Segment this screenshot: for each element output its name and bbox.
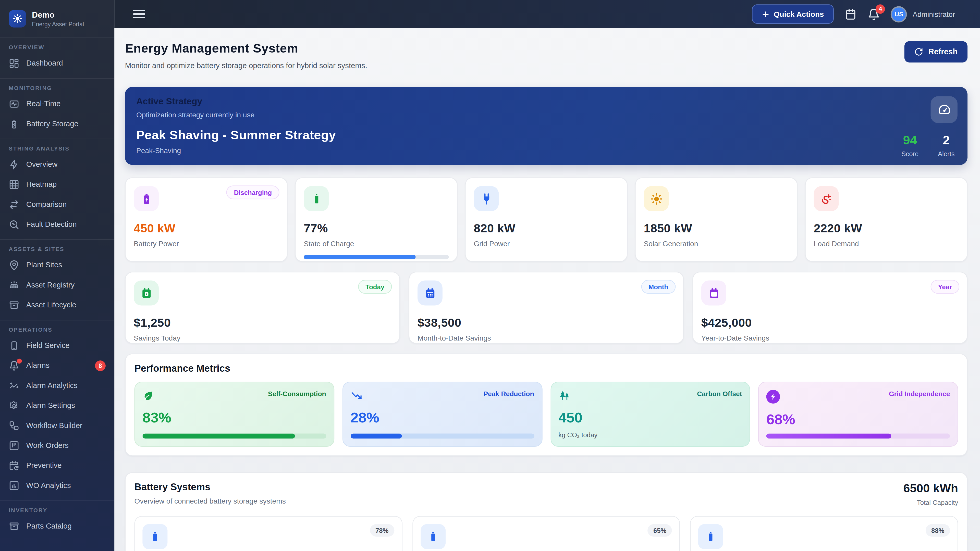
sidebar-item-alarms[interactable]: Alarms 8 <box>0 355 115 375</box>
grid-power-label: Grid Power <box>474 240 619 247</box>
alarm-dot <box>17 358 22 363</box>
sidebar-item-overview[interactable]: Overview <box>0 154 115 174</box>
box-icon <box>9 521 19 531</box>
bell-alert-icon <box>9 360 19 371</box>
avatar: US <box>891 6 907 22</box>
grid-power-value: 820 kW <box>474 222 619 235</box>
soc-progress-fill <box>304 255 415 259</box>
user-role: Administrator <box>913 10 955 17</box>
app-logo-sun-icon <box>9 10 26 27</box>
sidebar-item-label: Fault Detection <box>26 220 77 229</box>
sidebar-item-label: Battery Storage <box>26 119 78 128</box>
refresh-button[interactable]: Refresh <box>905 41 967 62</box>
carbon-offset-label: Carbon Offset <box>697 390 742 397</box>
bank-soc-badge: 88% <box>926 524 950 537</box>
notifications-bell-icon[interactable]: 4 <box>868 8 880 21</box>
sidebar-item-label: Comparison <box>26 200 67 209</box>
main-content: Energy Management System Monitor and opt… <box>115 28 980 551</box>
section-assets-sites: ASSETS & SITES Plant Sites Asset Registr… <box>0 239 115 320</box>
section-inventory: INVENTORY Parts Catalog <box>0 500 115 541</box>
soc-label: State of Charge <box>304 240 449 247</box>
grid-independence-metric: Grid Independence 68% <box>758 382 958 447</box>
sidebar-item-label: Field Service <box>26 341 70 350</box>
battery-icon <box>9 118 19 129</box>
year-badge: Year <box>931 280 959 294</box>
section-label: OPERATIONS <box>0 327 115 333</box>
savings-year-card: Year $425,000 Year-to-Date Savings <box>692 272 967 344</box>
month-badge: Month <box>641 280 676 294</box>
calendar-sync-icon <box>9 460 19 471</box>
savings-today-card: Today $1,250 Savings Today <box>125 272 400 344</box>
section-label: OVERVIEW <box>0 44 115 51</box>
page-title: Energy Management System <box>125 41 367 56</box>
sidebar-item-alarm-analytics[interactable]: Alarm Analytics <box>0 375 115 395</box>
peak-reduction-label: Peak Reduction <box>484 390 534 397</box>
sidebar-item-alarm-settings[interactable]: Alarm Settings <box>0 395 115 415</box>
sidebar-item-label: Alarm Settings <box>26 401 75 410</box>
carbon-offset-sublabel: kg CO₂ today <box>558 431 742 438</box>
sidebar-item-asset-lifecycle[interactable]: Asset Lifecycle <box>0 295 115 315</box>
refresh-label: Refresh <box>928 48 958 56</box>
arrows-right-left-icon <box>9 199 19 210</box>
quick-actions-button[interactable]: Quick Actions <box>752 4 834 24</box>
sidebar-item-comparison[interactable]: Comparison <box>0 194 115 214</box>
search-wave-icon <box>9 219 19 230</box>
calendar-icon[interactable] <box>845 8 857 21</box>
calendar-year-icon <box>701 281 726 306</box>
savings-month-value: $38,500 <box>417 316 675 330</box>
self-consumption-label: Self-Consumption <box>268 390 326 397</box>
savings-today-label: Savings Today <box>134 334 391 341</box>
battery-power-value: 450 kW <box>134 222 279 235</box>
sidebar-item-plant-sites[interactable]: Plant Sites <box>0 255 115 275</box>
refresh-icon <box>915 48 923 56</box>
savings-year-label: Year-to-Date Savings <box>701 334 959 341</box>
sidebar-item-asset-registry[interactable]: Asset Registry <box>0 275 115 295</box>
strategy-alerts-value: 2 <box>935 133 958 148</box>
sidebar-item-heatmap[interactable]: Heatmap <box>0 174 115 194</box>
battery-bank-card[interactable]: 88% Battery Bank C - BYD Battery-Box <box>690 516 958 551</box>
section-overview: OVERVIEW Dashboard <box>0 38 115 78</box>
load-demand-card: 2220 kW Load Demand <box>805 178 967 262</box>
trend-sparkle-icon <box>9 380 19 391</box>
strategy-score-label: Score <box>899 150 921 157</box>
sidebar-item-wo-analytics[interactable]: WO Analytics <box>0 475 115 495</box>
alarms-count-badge: 8 <box>95 360 106 371</box>
sidebar-item-fault-detection[interactable]: Fault Detection <box>0 214 115 234</box>
notification-count-badge: 4 <box>876 4 885 14</box>
solar-generation-value: 1850 kW <box>644 222 789 235</box>
battery-systems-title: Battery Systems <box>135 482 286 493</box>
sidebar-item-work-orders[interactable]: Work Orders <box>0 435 115 455</box>
section-monitoring: MONITORING Real-Time Battery Storage <box>0 78 115 139</box>
carbon-offset-metric: Carbon Offset 450 kg CO₂ today <box>550 382 750 447</box>
calendar-check-icon <box>134 281 159 306</box>
sidebar-item-parts-catalog[interactable]: Parts Catalog <box>0 516 115 536</box>
sidebar-item-battery-storage[interactable]: Battery Storage <box>0 114 115 134</box>
battery-bank-icon <box>420 524 445 549</box>
battery-bank-icon <box>698 524 723 549</box>
savings-row: Today $1,250 Savings Today Month $38,500… <box>125 272 967 344</box>
grid-power-card: 820 kW Grid Power <box>465 178 628 262</box>
today-badge: Today <box>358 280 392 294</box>
load-demand-value: 2220 kW <box>814 222 959 235</box>
sidebar-item-dashboard[interactable]: Dashboard <box>0 53 115 73</box>
sidebar-item-field-service[interactable]: Field Service <box>0 335 115 355</box>
battery-bank-card[interactable]: 65% Battery Bank B - LG Chem ESS <box>412 516 680 551</box>
sidebar-item-workflow-builder[interactable]: Workflow Builder <box>0 416 115 435</box>
menu-icon[interactable] <box>133 10 145 18</box>
sidebar-item-label: Heatmap <box>26 180 57 189</box>
section-label: INVENTORY <box>0 507 115 513</box>
map-pin-icon <box>9 260 19 270</box>
solar-panel-icon <box>9 279 19 290</box>
trending-down-icon <box>350 390 363 402</box>
gauge-icon <box>931 96 958 123</box>
battery-power-card: Discharging 450 kW Battery Power <box>125 178 288 262</box>
sidebar-item-preventive[interactable]: Preventive <box>0 455 115 475</box>
zap-icon <box>9 159 19 170</box>
user-menu[interactable]: US Administrator <box>891 6 955 22</box>
sidebar-item-label: Alarm Analytics <box>26 381 78 390</box>
sidebar-item-real-time[interactable]: Real-Time <box>0 94 115 114</box>
kanban-icon <box>9 440 19 451</box>
battery-bank-card[interactable]: 78% Battery Bank A - Tesla Megapack <box>135 516 402 551</box>
discharging-badge: Discharging <box>226 186 279 199</box>
sidebar-item-label: Overview <box>26 160 57 168</box>
